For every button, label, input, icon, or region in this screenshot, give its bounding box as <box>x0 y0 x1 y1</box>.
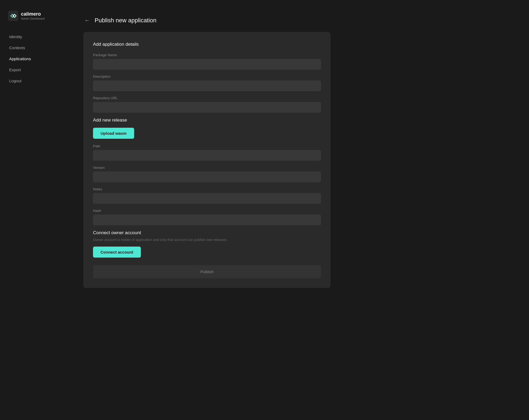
description-group: Description <box>93 74 321 91</box>
package-name-group: Package Name <box>93 53 321 70</box>
back-button[interactable]: ← <box>83 16 91 24</box>
connect-owner-title: Connect owner account <box>93 230 321 236</box>
page-title: Publish new application <box>95 17 156 24</box>
add-release-title: Add new release <box>93 118 321 123</box>
logo-area: calimero Admin Dashboard <box>0 8 73 32</box>
notes-input[interactable] <box>93 193 321 204</box>
main-content: ← Publish new application Add applicatio… <box>73 0 529 420</box>
nav-menu: Identity Contexts Applications Export Lo… <box>0 32 73 86</box>
logo-text: calimero Admin Dashboard <box>21 12 45 20</box>
upload-wasm-button[interactable]: Upload wasm <box>93 128 134 139</box>
form-card: Add application details Package Name Des… <box>83 32 331 288</box>
publish-button[interactable]: Publish <box>93 265 321 278</box>
app-name: calimero <box>21 12 45 17</box>
repository-url-label: Repository URL <box>93 96 321 100</box>
add-details-title: Add application details <box>93 42 321 47</box>
version-label: Version <box>93 166 321 170</box>
connect-owner-section: Connect owner account Owner account is h… <box>93 230 321 265</box>
repository-url-group: Repository URL <box>93 96 321 113</box>
calimero-logo-icon <box>8 11 18 21</box>
path-group: Path <box>93 144 321 161</box>
notes-group: Notes <box>93 187 321 204</box>
path-label: Path <box>93 144 321 148</box>
version-group: Version <box>93 166 321 182</box>
hash-input[interactable] <box>93 215 321 225</box>
description-label: Description <box>93 74 321 79</box>
connect-owner-desc: Owner account is holder of application a… <box>93 238 321 242</box>
sidebar-item-export[interactable]: Export <box>5 65 67 75</box>
connect-account-button[interactable]: Connect account <box>93 247 141 258</box>
sidebar-item-applications[interactable]: Applications <box>5 54 67 64</box>
app-subtitle: Admin Dashboard <box>21 17 45 20</box>
sidebar-item-logout[interactable]: Logout <box>5 76 67 86</box>
notes-label: Notes <box>93 187 321 191</box>
version-input[interactable] <box>93 172 321 182</box>
repository-url-input[interactable] <box>93 102 321 113</box>
add-details-section: Add application details Package Name Des… <box>93 42 321 113</box>
package-name-label: Package Name <box>93 53 321 57</box>
sidebar-item-identity[interactable]: Identity <box>5 32 67 42</box>
path-input[interactable] <box>93 150 321 161</box>
sidebar-item-contexts[interactable]: Contexts <box>5 43 67 53</box>
sidebar: calimero Admin Dashboard Identity Contex… <box>0 0 73 420</box>
page-header: ← Publish new application <box>83 16 518 24</box>
package-name-input[interactable] <box>93 59 321 70</box>
description-input[interactable] <box>93 80 321 91</box>
hash-group: Hash <box>93 209 321 225</box>
back-arrow-icon: ← <box>84 17 90 23</box>
add-release-section: Add new release Upload wasm Path Version… <box>93 118 321 225</box>
hash-label: Hash <box>93 209 321 213</box>
